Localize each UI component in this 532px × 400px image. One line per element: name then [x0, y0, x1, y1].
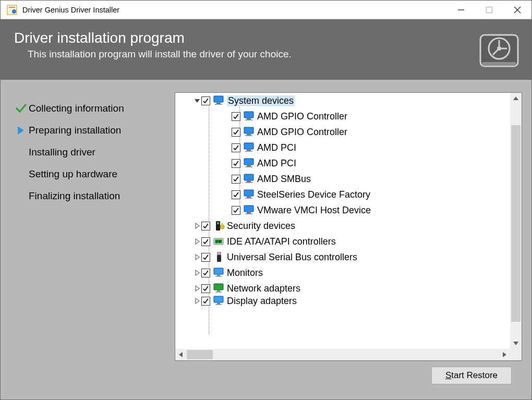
svg-rect-55: [217, 275, 220, 276]
ide-icon: [213, 236, 225, 247]
window: Driver Genius Driver Installer Driver in…: [0, 0, 532, 400]
checkbox[interactable]: [232, 112, 240, 121]
svg-rect-63: [217, 303, 220, 304]
checkbox[interactable]: [232, 143, 240, 152]
checkbox[interactable]: [201, 253, 210, 262]
svg-rect-29: [247, 165, 251, 166]
caret-down-icon[interactable]: [175, 93, 200, 108]
svg-rect-16: [214, 96, 223, 102]
checkbox[interactable]: [201, 96, 210, 105]
tree-pane: System devicesAMD GPIO ControllerAMD GPI…: [175, 92, 522, 390]
svg-marker-53: [196, 270, 199, 275]
tree-view[interactable]: System devicesAMD GPIO ControllerAMD GPI…: [175, 93, 510, 349]
svg-rect-23: [247, 134, 251, 135]
checkbox[interactable]: [232, 128, 240, 137]
tree-node-label: AMD PCI: [257, 142, 296, 153]
svg-marker-40: [196, 223, 199, 228]
app-icon: [7, 5, 17, 15]
checkbox[interactable]: [201, 222, 210, 231]
step-preparing: Preparing installation: [13, 119, 170, 141]
svg-rect-37: [244, 205, 253, 212]
network-icon: [213, 283, 225, 294]
maximize-button[interactable]: [475, 1, 503, 19]
minimize-button[interactable]: [447, 1, 475, 19]
tree-node[interactable]: AMD PCI: [175, 155, 510, 171]
caret-right-icon[interactable]: [175, 293, 200, 309]
svg-rect-27: [245, 151, 252, 152]
tree-node[interactable]: AMD SMBus: [175, 171, 510, 187]
svg-rect-60: [215, 292, 222, 293]
tree-node[interactable]: Security devices: [175, 218, 510, 234]
computer-icon: [244, 158, 255, 168]
svg-marker-68: [503, 352, 506, 357]
svg-rect-21: [245, 119, 252, 120]
step-label: Installing driver: [29, 147, 95, 158]
svg-marker-14: [18, 126, 24, 135]
svg-rect-52: [217, 255, 221, 262]
tree-node[interactable]: SteelSeries Device Factory: [175, 187, 510, 202]
svg-rect-48: [216, 240, 217, 243]
scroll-down-icon[interactable]: [510, 337, 522, 349]
tree-node-label: Display adapters: [227, 296, 297, 307]
scroll-left-icon[interactable]: [175, 349, 187, 360]
svg-rect-19: [244, 112, 253, 118]
computer-icon: [244, 174, 255, 184]
checkbox[interactable]: [232, 159, 240, 168]
close-button[interactable]: [503, 1, 531, 19]
caret-right-icon[interactable]: [175, 265, 200, 281]
tree-node[interactable]: IDE ATA/ATAPI controllers: [175, 234, 510, 249]
tree-node-label: Network adapters: [227, 283, 300, 294]
tree-node[interactable]: Monitors: [175, 265, 510, 281]
triangle-icon: [13, 126, 29, 135]
scroll-up-icon[interactable]: [510, 93, 522, 104]
checkbox[interactable]: [201, 237, 210, 246]
svg-rect-58: [214, 284, 223, 290]
button-mnemonic: S: [445, 370, 451, 381]
computer-icon: [244, 142, 255, 153]
tree-node[interactable]: VMware VMCI Host Device: [175, 202, 510, 218]
tree-node[interactable]: Universal Serial Bus controllers: [175, 249, 510, 265]
svg-rect-20: [247, 118, 251, 119]
checkbox[interactable]: [201, 269, 210, 277]
svg-rect-51: [217, 252, 221, 255]
scroll-right-icon[interactable]: [499, 349, 510, 360]
step-hardware: Setting up hardware: [13, 163, 170, 185]
caret-right-icon[interactable]: [175, 249, 200, 265]
tree-node[interactable]: System devices: [175, 93, 510, 108]
svg-marker-66: [513, 342, 518, 345]
scroll-thumb[interactable]: [511, 125, 521, 322]
svg-marker-15: [195, 99, 200, 103]
start-restore-button[interactable]: Start Restore: [431, 367, 512, 384]
caret-right-icon[interactable]: [175, 218, 200, 234]
page-subtitle: This installation program will install t…: [28, 49, 478, 60]
caret-right-icon[interactable]: [175, 234, 200, 249]
step-finalizing: Finalizing installation: [13, 185, 170, 207]
vertical-scrollbar[interactable]: [510, 93, 522, 349]
svg-marker-65: [513, 96, 518, 100]
svg-rect-24: [245, 135, 252, 136]
svg-rect-32: [247, 181, 251, 182]
tree-node[interactable]: AMD GPIO Controller: [175, 124, 510, 140]
svg-rect-42: [217, 222, 219, 224]
svg-rect-35: [247, 197, 251, 198]
horizontal-scrollbar[interactable]: [175, 349, 510, 360]
checkbox[interactable]: [232, 190, 240, 199]
checkbox[interactable]: [232, 175, 240, 184]
checkbox[interactable]: [232, 206, 240, 215]
button-label: tart Restore: [451, 370, 498, 381]
svg-rect-28: [244, 159, 253, 165]
svg-rect-30: [245, 166, 252, 167]
svg-marker-45: [196, 239, 199, 244]
svg-rect-34: [244, 190, 253, 196]
tree-node[interactable]: Network adapters: [175, 281, 510, 296]
tree-node[interactable]: AMD GPIO Controller: [175, 108, 510, 124]
checkbox[interactable]: [201, 297, 210, 306]
step-collecting: Collecting information: [13, 98, 170, 119]
tree-node[interactable]: Display adapters: [175, 296, 510, 306]
tree-node-label: AMD SMBus: [257, 174, 311, 185]
scroll-thumb[interactable]: [187, 350, 213, 359]
tree-node[interactable]: AMD PCI: [175, 140, 510, 155]
step-label: Preparing installation: [29, 125, 121, 136]
computer-icon: [244, 111, 255, 122]
checkbox[interactable]: [201, 284, 210, 293]
